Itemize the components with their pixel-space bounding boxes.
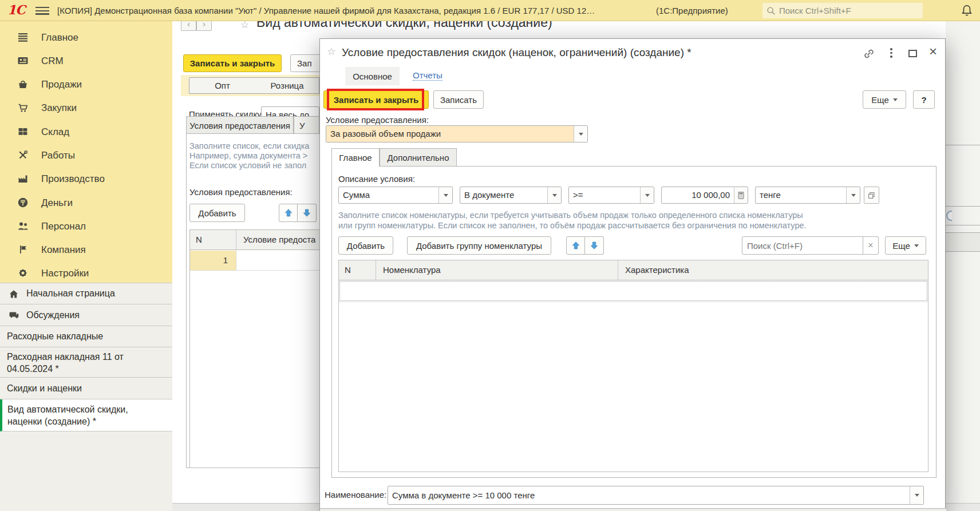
condition-kind-select[interactable]: За разовый объем продажи [326, 125, 588, 142]
sidebar-item-label: Вид автоматической скидки, наценки (созд… [2, 399, 163, 428]
list-add-button[interactable]: Добавить [338, 236, 393, 255]
criteria-scope-select[interactable]: В документе [460, 187, 562, 204]
sidebar-item-zakupki[interactable]: Закупки [0, 97, 172, 119]
calculator-icon [737, 191, 745, 200]
criteria-operator-value: >= [569, 187, 640, 203]
chevron-down-icon [851, 194, 856, 197]
nomenclature-table-header: N Номенклатура Характеристика [339, 260, 928, 280]
global-search-input[interactable] [779, 6, 923, 15]
sidebar-item-invoices[interactable]: Расходные накладные [0, 326, 172, 347]
arrow-up-icon [283, 208, 294, 218]
criteria-operator-select[interactable]: >= [568, 187, 654, 204]
criteria-scope-dropdown-button[interactable] [547, 187, 561, 203]
page-tab-main[interactable]: Главное [331, 148, 380, 167]
name-dropdown-button[interactable] [910, 486, 923, 504]
currency-choose-button[interactable] [864, 187, 879, 204]
dialog-nav-tab-reports[interactable]: Отчеты [413, 70, 442, 80]
sidebar-item-label: Работы [41, 150, 75, 161]
name-input[interactable]: Сумма в документе >= 10 000 тенге [388, 486, 924, 505]
sidebar-item-label: Компания [41, 244, 86, 256]
condition-kind-dropdown-button[interactable] [574, 126, 587, 142]
nomenclature-hint-line-2: или групп номенклатуры. Если список не з… [338, 221, 928, 230]
bg-add-button[interactable]: Добавить [189, 204, 245, 222]
criteria-field-select[interactable]: Сумма [338, 187, 453, 204]
sidebar-item-discount-kind-active[interactable]: Вид автоматической скидки, наценки (созд… [0, 399, 172, 431]
maximize-icon[interactable] [908, 50, 917, 57]
application-window: ‹ › ☆ Вид автоматической скидки, наценки… [0, 0, 980, 511]
sidebar-item-invoice-11[interactable]: Расходная накладная 11 от 04.05.2024 * [0, 347, 172, 378]
col-header-nomenclature[interactable]: Номенклатура [376, 260, 618, 280]
sidebar-item-label: Скидки и наценки [0, 378, 172, 394]
highlight-red-box [327, 89, 424, 110]
criteria-operator-dropdown-button[interactable] [640, 187, 654, 203]
list-search-clear-button[interactable]: × [863, 236, 879, 255]
chevron-down-icon [915, 494, 919, 497]
condition-kind-label: Условие предоставления: [326, 115, 429, 125]
dialog-nav-tab-main[interactable]: Основное [345, 67, 400, 85]
sidebar-item-label: Склад [41, 126, 69, 138]
criteria-amount-input[interactable]: 10 000,00 [661, 187, 748, 204]
1c-logo[interactable]: 1С [7, 2, 25, 17]
sidebar-item-nastroyki[interactable]: Настройки [0, 263, 172, 284]
sidebar-item-personal[interactable]: Персонал [0, 216, 172, 237]
get-link-icon[interactable] [863, 47, 875, 60]
warehouse-grid-icon [17, 126, 29, 137]
sidebar-item-dengi[interactable]: Деньги [0, 192, 172, 214]
chevron-down-icon [914, 244, 919, 247]
col-header-n[interactable]: N [339, 260, 376, 280]
sections-list-icon [17, 31, 29, 43]
sidebar-item-proizvodstvo[interactable]: Производство [0, 168, 172, 190]
window-menu-kebab-icon[interactable] [890, 48, 892, 58]
empty-selected-row[interactable] [339, 281, 927, 301]
col-header-characteristic[interactable]: Характеристика [618, 260, 928, 280]
main-menu-icon[interactable] [35, 7, 49, 15]
sidebar-item-sklad[interactable]: Склад [0, 121, 172, 143]
bg-section-tab-2[interactable]: У [294, 116, 319, 134]
list-search-box[interactable] [742, 236, 863, 255]
list-search-input[interactable] [747, 241, 858, 251]
calculator-icon-button[interactable] [734, 187, 748, 203]
bg-section-tab-conditions[interactable]: Условия предоставления [186, 116, 294, 134]
bg-move-up-button[interactable] [279, 204, 298, 222]
list-more-button[interactable]: Еще [885, 236, 926, 255]
sidebar-item-discounts[interactable]: Скидки и наценки [0, 378, 172, 399]
sidebar-item-glavnoe[interactable]: Главное [0, 27, 172, 49]
list-move-down-button[interactable] [585, 236, 604, 255]
bg-section-tab-label: Условия предоставления [189, 121, 290, 130]
bg-move-down-button[interactable] [298, 204, 317, 222]
sidebar-item-discussions[interactable]: Обсуждения [0, 304, 172, 326]
sidebar-item-prodazhi[interactable]: Продажи [0, 74, 172, 96]
dialog-more-button[interactable]: Еще [863, 90, 906, 109]
criteria-currency-dropdown-button[interactable] [846, 187, 860, 203]
global-search-box[interactable] [762, 3, 923, 18]
page-tab-additional[interactable]: Дополнительно [380, 148, 457, 167]
discount-condition-dialog: ☆ Условие предоставления скидок (наценок… [319, 38, 946, 511]
criteria-currency-value: тенге [756, 187, 846, 203]
sidebar-item-label: Начальная страница [0, 283, 172, 299]
staff-people-icon [17, 220, 29, 232]
notifications-bell-icon[interactable] [961, 4, 973, 17]
bg-tab-roznitsa[interactable]: Розница [255, 77, 319, 94]
dialog-help-button[interactable]: ? [913, 90, 935, 109]
clear-icon: × [868, 240, 873, 251]
dialog-save-button[interactable]: Записать [433, 90, 484, 109]
dialog-favorite-star-icon[interactable]: ☆ [327, 45, 336, 57]
bg-table-row[interactable]: 1 [190, 251, 320, 271]
page-bottom-strip-right [946, 503, 980, 511]
criteria-currency-select[interactable]: тенге [755, 187, 860, 204]
criteria-scope-value: В документе [460, 187, 547, 203]
sidebar-item-kompaniya[interactable]: Компания [0, 239, 172, 261]
criteria-field-dropdown-button[interactable] [438, 187, 452, 203]
sidebar-item-crm[interactable]: CRM [0, 50, 172, 72]
bg-tab-opt[interactable]: Опт [189, 77, 256, 94]
bg-hint-line-3: Если список условий не запол [189, 161, 319, 170]
sidebar-item-label: Расходные накладные [0, 326, 172, 342]
sidebar-item-raboty[interactable]: Работы [0, 145, 172, 167]
list-move-up-button[interactable] [566, 236, 585, 255]
nomenclature-hint-line-1: Заполните список номенклатуры, если треб… [338, 211, 928, 220]
list-add-group-button[interactable]: Добавить группу номенклатуры [407, 236, 551, 255]
sidebar-item-home[interactable]: Начальная страница [0, 283, 172, 304]
close-icon[interactable]: × [929, 43, 937, 60]
crm-card-icon [17, 55, 29, 66]
bg-save-close-button[interactable]: Записать и закрыть [183, 54, 282, 72]
